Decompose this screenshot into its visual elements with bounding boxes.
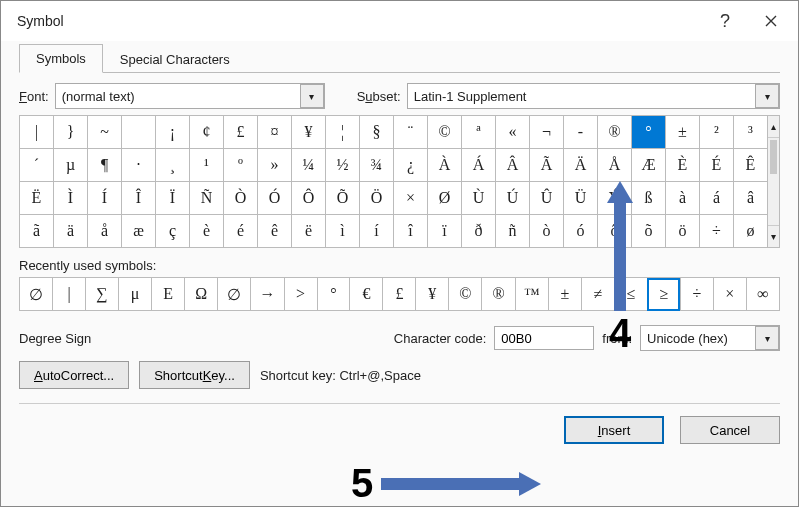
shortcut-key-button[interactable]: Shortcut Key... bbox=[139, 361, 250, 389]
symbol-cell[interactable]: ñ bbox=[496, 215, 530, 248]
symbol-cell[interactable]: â bbox=[734, 182, 768, 215]
symbol-cell[interactable]: é bbox=[224, 215, 258, 248]
symbol-cell[interactable]: Ã bbox=[530, 149, 564, 182]
recent-cell[interactable]: ≥ bbox=[647, 278, 680, 311]
symbol-cell[interactable]: ë bbox=[292, 215, 326, 248]
symbol-cell[interactable]: Â bbox=[496, 149, 530, 182]
symbol-cell[interactable]: î bbox=[394, 215, 428, 248]
recent-cell[interactable]: ≤ bbox=[614, 278, 647, 311]
symbol-cell[interactable]: Ë bbox=[20, 182, 54, 215]
symbol-cell[interactable]: } bbox=[54, 116, 88, 149]
recent-cell[interactable]: ≠ bbox=[581, 278, 614, 311]
symbol-cell[interactable]: ¡ bbox=[156, 116, 190, 149]
symbol-cell[interactable]: ÷ bbox=[700, 215, 734, 248]
symbol-cell[interactable]: ¾ bbox=[360, 149, 394, 182]
symbol-grid[interactable]: |}~ ¡¢£¤¥¦§¨©ª«¬­-®°±²³´µ¶·¸¹º»¼½¾¿ÀÁÂÃÄ… bbox=[19, 115, 768, 248]
symbol-cell[interactable]: ö bbox=[666, 215, 700, 248]
recent-cell[interactable]: Ε bbox=[152, 278, 185, 311]
symbol-cell[interactable]: ã bbox=[20, 215, 54, 248]
charcode-input[interactable] bbox=[494, 326, 594, 350]
symbol-cell[interactable]: õ bbox=[632, 215, 666, 248]
symbol-cell[interactable]: Ò bbox=[224, 182, 258, 215]
symbol-cell[interactable]: È bbox=[666, 149, 700, 182]
symbol-cell[interactable]: Ö bbox=[360, 182, 394, 215]
recent-cell[interactable]: ÷ bbox=[680, 278, 713, 311]
cancel-button[interactable]: Cancel bbox=[680, 416, 780, 444]
symbol-cell[interactable]: ì bbox=[326, 215, 360, 248]
symbol-cell[interactable]: Ï bbox=[156, 182, 190, 215]
symbol-cell[interactable]: Û bbox=[530, 182, 564, 215]
symbol-cell[interactable]: ± bbox=[666, 116, 700, 149]
recent-cell[interactable]: ∅ bbox=[218, 278, 251, 311]
symbol-cell[interactable]: £ bbox=[224, 116, 258, 149]
symbol-cell[interactable]: ¶ bbox=[88, 149, 122, 182]
symbol-cell[interactable]: æ bbox=[122, 215, 156, 248]
scroll-thumb[interactable] bbox=[770, 140, 777, 174]
symbol-cell[interactable]: Ô bbox=[292, 182, 326, 215]
symbol-cell[interactable]: ° bbox=[632, 116, 666, 149]
symbol-cell[interactable]: ¸ bbox=[156, 149, 190, 182]
symbol-cell[interactable]: Ù bbox=[462, 182, 496, 215]
symbol-cell[interactable]: À bbox=[428, 149, 462, 182]
font-select[interactable]: (normal text) ▾ bbox=[55, 83, 325, 109]
recent-cell[interactable]: ± bbox=[548, 278, 581, 311]
recent-cell[interactable]: ∞ bbox=[746, 278, 779, 311]
help-button[interactable]: ? bbox=[702, 2, 748, 40]
symbol-cell[interactable]: ¨ bbox=[394, 116, 428, 149]
recent-cell[interactable]: × bbox=[713, 278, 746, 311]
symbol-cell[interactable]: ê bbox=[258, 215, 292, 248]
symbol-cell[interactable]: ¤ bbox=[258, 116, 292, 149]
symbol-cell[interactable]: « bbox=[496, 116, 530, 149]
symbol-cell[interactable]: Á bbox=[462, 149, 496, 182]
symbol-cell[interactable]: ­- bbox=[564, 116, 598, 149]
close-button[interactable] bbox=[748, 2, 794, 40]
symbol-cell[interactable]: ø bbox=[734, 215, 768, 248]
symbol-cell[interactable]: ï bbox=[428, 215, 462, 248]
scroll-up-icon[interactable]: ▴ bbox=[768, 116, 779, 138]
symbol-cell[interactable]: © bbox=[428, 116, 462, 149]
symbol-cell[interactable]: ¹ bbox=[190, 149, 224, 182]
symbol-cell[interactable]: á bbox=[700, 182, 734, 215]
tab-symbols[interactable]: Symbols bbox=[19, 44, 103, 73]
symbol-cell[interactable]: è bbox=[190, 215, 224, 248]
symbol-cell[interactable]: × bbox=[394, 182, 428, 215]
symbol-cell[interactable]: ~ bbox=[88, 116, 122, 149]
symbol-cell[interactable]: ä bbox=[54, 215, 88, 248]
symbol-cell[interactable]: Ä bbox=[564, 149, 598, 182]
scroll-down-icon[interactable]: ▾ bbox=[768, 225, 779, 247]
symbol-cell[interactable]: ¥ bbox=[292, 116, 326, 149]
symbol-cell[interactable]: » bbox=[258, 149, 292, 182]
recent-cell[interactable]: ™ bbox=[515, 278, 548, 311]
symbol-cell[interactable]: ¢ bbox=[190, 116, 224, 149]
symbol-cell[interactable]: ³ bbox=[734, 116, 768, 149]
symbol-cell[interactable]: ½ bbox=[326, 149, 360, 182]
symbol-cell[interactable]: Æ bbox=[632, 149, 666, 182]
grid-scrollbar[interactable]: ▴ ▾ bbox=[768, 115, 780, 248]
symbol-cell[interactable]: ² bbox=[700, 116, 734, 149]
symbol-cell[interactable]: ¦ bbox=[326, 116, 360, 149]
symbol-cell[interactable]: ´ bbox=[20, 149, 54, 182]
symbol-cell[interactable]: ð bbox=[462, 215, 496, 248]
symbol-cell[interactable]: º bbox=[224, 149, 258, 182]
symbol-cell[interactable]: ç bbox=[156, 215, 190, 248]
recent-cell[interactable]: > bbox=[284, 278, 317, 311]
recent-cell[interactable]: © bbox=[449, 278, 482, 311]
symbol-cell[interactable]: Í bbox=[88, 182, 122, 215]
recent-cell[interactable]: ° bbox=[317, 278, 350, 311]
symbol-cell[interactable] bbox=[122, 116, 156, 149]
symbol-cell[interactable]: Ø bbox=[428, 182, 462, 215]
recent-cell[interactable]: ® bbox=[482, 278, 515, 311]
symbol-cell[interactable]: í bbox=[360, 215, 394, 248]
symbol-cell[interactable]: Î bbox=[122, 182, 156, 215]
symbol-cell[interactable]: É bbox=[700, 149, 734, 182]
symbol-cell[interactable]: å bbox=[88, 215, 122, 248]
recent-cell[interactable]: | bbox=[53, 278, 86, 311]
recent-cell[interactable]: → bbox=[251, 278, 284, 311]
symbol-cell[interactable]: ¿ bbox=[394, 149, 428, 182]
symbol-cell[interactable]: Ó bbox=[258, 182, 292, 215]
symbol-cell[interactable]: à bbox=[666, 182, 700, 215]
symbol-cell[interactable]: § bbox=[360, 116, 394, 149]
recent-cell[interactable]: ¥ bbox=[416, 278, 449, 311]
recent-cell[interactable]: ∅ bbox=[20, 278, 53, 311]
recent-cell[interactable]: € bbox=[350, 278, 383, 311]
